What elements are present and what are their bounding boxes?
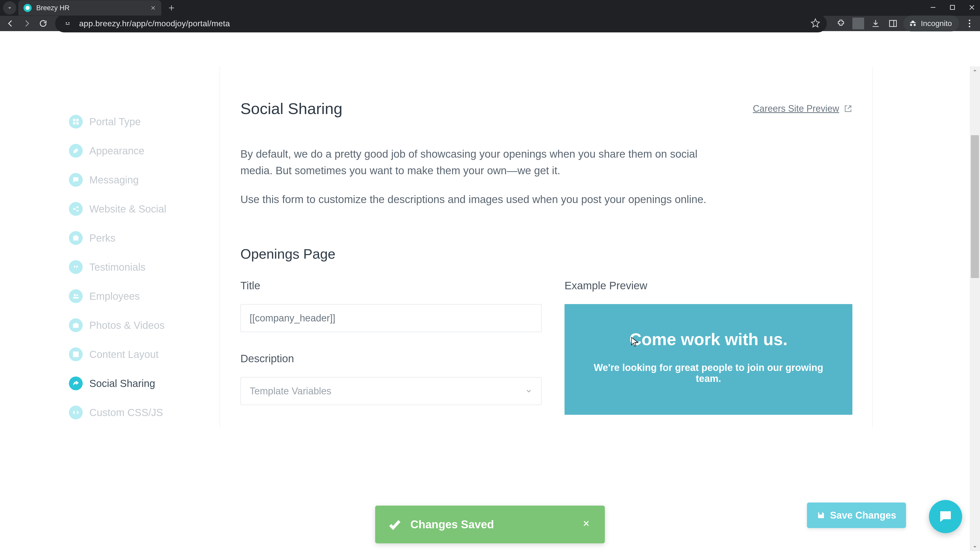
svg-point-13 bbox=[77, 210, 78, 211]
sidebar-item-perks[interactable]: Perks bbox=[69, 224, 220, 252]
sidebar-item-website-social[interactable]: Website & Social bbox=[69, 194, 220, 224]
toast-text: Changes Saved bbox=[410, 518, 494, 531]
site-settings-icon[interactable] bbox=[62, 17, 73, 29]
share-icon bbox=[69, 202, 83, 216]
section-title: Openings Page bbox=[240, 246, 853, 262]
sidebar-item-label: Social Sharing bbox=[89, 378, 155, 389]
svg-rect-10 bbox=[76, 122, 78, 124]
sidebar-item-custom-css-js[interactable]: Custom CSS/JS bbox=[69, 398, 220, 427]
browser-back-button[interactable] bbox=[5, 17, 16, 29]
browser-reload-button[interactable] bbox=[37, 17, 49, 29]
save-changes-button[interactable]: Save Changes bbox=[807, 503, 906, 528]
window-close-button[interactable] bbox=[968, 4, 975, 12]
chat-icon bbox=[938, 509, 953, 524]
svg-point-4 bbox=[969, 20, 970, 21]
sidebar-item-photos-videos[interactable]: Photos & Videos bbox=[69, 311, 220, 340]
svg-rect-0 bbox=[950, 5, 955, 10]
svg-point-1 bbox=[66, 22, 67, 24]
sidebar-item-label: Testimonials bbox=[89, 262, 145, 273]
sidepanel-icon[interactable] bbox=[887, 17, 899, 29]
incognito-indicator[interactable]: Incognito bbox=[904, 16, 959, 32]
gift-icon bbox=[69, 231, 83, 245]
tab-close-button[interactable] bbox=[150, 4, 157, 11]
quote-icon bbox=[69, 260, 83, 274]
save-button-label: Save Changes bbox=[830, 510, 896, 521]
sidebar-item-label: Employees bbox=[89, 291, 140, 302]
toolbar-actions bbox=[835, 17, 899, 29]
scrollbar-thumb[interactable] bbox=[971, 135, 979, 278]
bookmark-star-icon[interactable] bbox=[811, 18, 820, 29]
svg-rect-20 bbox=[73, 352, 79, 357]
svg-point-6 bbox=[969, 26, 970, 27]
intro-paragraph: By default, we do a pretty good job of s… bbox=[240, 146, 715, 179]
tabs-dropdown-button[interactable] bbox=[3, 1, 16, 14]
toast-close-button[interactable] bbox=[582, 519, 592, 529]
panel-divider bbox=[872, 66, 873, 427]
preview-heading: Come work with us. bbox=[580, 330, 837, 349]
browser-forward-button[interactable] bbox=[21, 17, 33, 29]
svg-rect-9 bbox=[73, 122, 75, 124]
page-body: Portal Type Appearance Messaging Website… bbox=[0, 66, 980, 551]
brush-icon bbox=[69, 144, 83, 158]
address-bar[interactable]: app.breezy.hr/app/c/moodjoy/portal/meta bbox=[55, 14, 827, 32]
title-input[interactable] bbox=[240, 304, 542, 332]
message-icon bbox=[69, 173, 83, 187]
sidebar-item-label: Website & Social bbox=[89, 203, 166, 215]
title-field-label: Title bbox=[240, 279, 542, 292]
address-bar-row: app.breezy.hr/app/c/moodjoy/portal/meta … bbox=[0, 16, 980, 31]
page-title: Social Sharing bbox=[240, 100, 342, 118]
careers-preview-link[interactable]: Careers Site Preview bbox=[753, 103, 853, 114]
browser-menu-button[interactable] bbox=[964, 17, 975, 29]
preview-link-label: Careers Site Preview bbox=[753, 103, 839, 114]
svg-rect-3 bbox=[890, 21, 897, 27]
sidebar-item-messaging[interactable]: Messaging bbox=[69, 165, 220, 194]
sidebar-item-label: Content Layout bbox=[89, 349, 159, 360]
changes-saved-toast: Changes Saved bbox=[375, 506, 605, 543]
preview-subheading: We're looking for great people to join o… bbox=[580, 362, 837, 384]
save-icon bbox=[817, 511, 825, 519]
sidebar-item-label: Messaging bbox=[89, 174, 138, 186]
svg-point-11 bbox=[73, 208, 75, 210]
sidebar-item-label: Perks bbox=[89, 232, 115, 244]
sidebar-item-label: Appearance bbox=[89, 145, 145, 157]
external-link-icon bbox=[844, 104, 853, 113]
dropdown-selected: Template Variables bbox=[250, 386, 331, 397]
svg-point-2 bbox=[68, 22, 70, 24]
window-maximize-button[interactable] bbox=[949, 4, 956, 12]
sidebar-item-social-sharing[interactable]: Social Sharing bbox=[69, 369, 220, 398]
svg-point-19 bbox=[75, 324, 77, 327]
share-arrow-icon bbox=[69, 376, 83, 390]
tab-strip: Breezy HR bbox=[0, 0, 980, 16]
svg-point-17 bbox=[76, 295, 78, 296]
intro-text: By default, we do a pretty good job of s… bbox=[240, 146, 853, 208]
scroll-up-icon[interactable] bbox=[972, 67, 978, 73]
tab-favicon-icon bbox=[24, 4, 32, 12]
browser-tab[interactable]: Breezy HR bbox=[18, 0, 161, 16]
sidebar-item-employees[interactable]: Employees bbox=[69, 282, 220, 311]
sidebar-item-portal-type[interactable]: Portal Type bbox=[69, 107, 220, 136]
url-text: app.breezy.hr/app/c/moodjoy/portal/meta bbox=[79, 19, 230, 28]
sidebar-item-content-layout[interactable]: Content Layout bbox=[69, 340, 220, 369]
camera-icon bbox=[69, 318, 83, 332]
sidebar-item-appearance[interactable]: Appearance bbox=[69, 136, 220, 165]
main-panel: Social Sharing Careers Site Preview By d… bbox=[220, 66, 873, 427]
template-variables-dropdown[interactable]: Template Variables bbox=[240, 377, 542, 405]
svg-point-16 bbox=[74, 294, 76, 296]
tab-title: Breezy HR bbox=[36, 4, 150, 12]
scroll-down-icon[interactable] bbox=[972, 544, 978, 550]
sidebar-item-label: Photos & Videos bbox=[89, 320, 165, 331]
incognito-label: Incognito bbox=[921, 19, 952, 28]
sidebar-item-label: Custom CSS/JS bbox=[89, 407, 163, 418]
settings-sidebar: Portal Type Appearance Messaging Website… bbox=[69, 66, 220, 427]
sidebar-item-label: Portal Type bbox=[89, 116, 141, 127]
chat-fab-button[interactable] bbox=[929, 500, 962, 533]
example-preview-label: Example Preview bbox=[565, 279, 853, 292]
window-minimize-button[interactable] bbox=[929, 4, 937, 12]
svg-point-12 bbox=[77, 206, 78, 208]
new-tab-button[interactable] bbox=[165, 2, 178, 14]
sidebar-item-testimonials[interactable]: Testimonials bbox=[69, 252, 220, 282]
extensions-icon[interactable] bbox=[835, 17, 847, 29]
scrollbar[interactable] bbox=[970, 66, 980, 551]
downloads-icon[interactable] bbox=[870, 17, 881, 29]
svg-rect-7 bbox=[73, 119, 75, 121]
